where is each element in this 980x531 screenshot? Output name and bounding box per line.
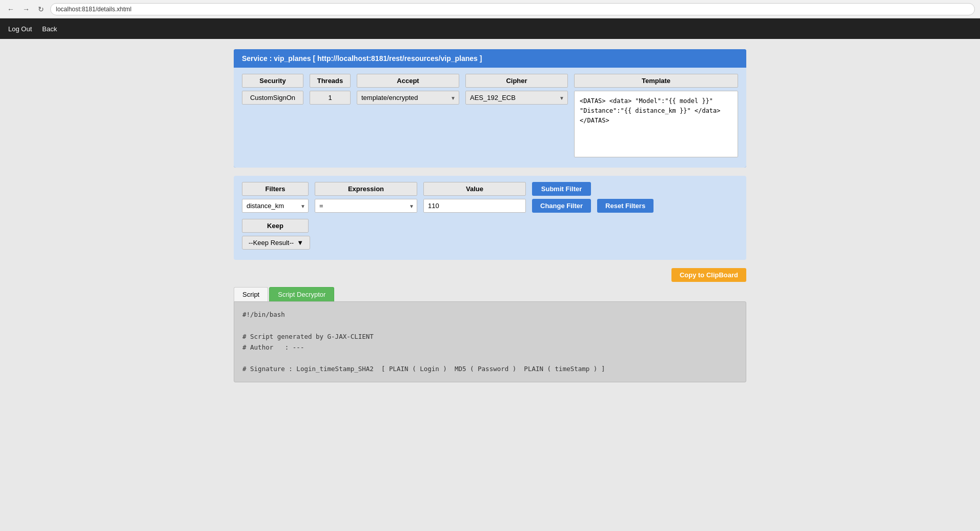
cipher-value-wrapper: AES_192_ECB AES_128_ECB AES_256_ECB ▼: [465, 91, 568, 105]
expression-select[interactable]: = != > < >= <=: [315, 199, 417, 213]
filter-row: Filters distance_km model brand ▼ Expres…: [242, 182, 738, 213]
template-content: <DATAS> <data> "Model":"{{ model }}" "Di…: [574, 91, 738, 157]
security-label: Security: [242, 74, 303, 88]
url-text: localhost:8181/details.xhtml: [56, 6, 131, 13]
keep-dropdown-icon: ▼: [297, 239, 303, 247]
service-body: Security CustomSignOn Threads 1 Accept t…: [234, 68, 746, 168]
filters-select-wrapper: distance_km model brand ▼: [242, 199, 309, 213]
template-label: Template: [574, 74, 738, 88]
cipher-select[interactable]: AES_192_ECB AES_128_ECB AES_256_ECB: [466, 91, 567, 104]
reload-nav-button[interactable]: ↻: [36, 4, 46, 14]
reset-filters-button[interactable]: Reset Filters: [597, 199, 654, 213]
expression-col: Expression = != > < >= <= ▼: [315, 182, 417, 213]
change-filter-button[interactable]: Change Filter: [532, 199, 591, 213]
keep-dropdown: --Keep Result-- ▼: [242, 236, 738, 250]
expression-label: Expression: [315, 182, 417, 196]
security-col: Security CustomSignOn: [242, 74, 303, 105]
back-link[interactable]: Back: [42, 25, 57, 33]
accept-value-wrapper: template/encrypted application/json appl…: [357, 91, 459, 105]
filters-label: Filters: [242, 182, 309, 196]
threads-value: 1: [310, 91, 351, 105]
top-nav: Log Out Back: [0, 18, 980, 39]
cipher-label: Cipher: [465, 74, 568, 88]
cipher-select-wrapper: AES_192_ECB AES_128_ECB AES_256_ECB ▼: [466, 91, 567, 104]
browser-bar: ← → ↻ localhost:8181/details.xhtml: [0, 0, 980, 18]
filter-body: Filters distance_km model brand ▼ Expres…: [234, 176, 746, 260]
value-input[interactable]: [423, 199, 526, 213]
back-nav-button[interactable]: ←: [5, 4, 16, 14]
value-label: Value: [423, 182, 526, 196]
url-bar[interactable]: localhost:8181/details.xhtml: [50, 3, 975, 15]
clipboard-row: Copy to ClipBoard: [234, 268, 746, 282]
accept-select-wrapper: template/encrypted application/json appl…: [357, 91, 459, 104]
template-col: Template <DATAS> <data> "Model":"{{ mode…: [574, 74, 738, 157]
submit-filter-button[interactable]: Submit Filter: [532, 182, 591, 196]
filter-panel: Filters distance_km model brand ▼ Expres…: [234, 176, 746, 260]
accept-label: Accept: [357, 74, 459, 88]
cipher-col: Cipher AES_192_ECB AES_128_ECB AES_256_E…: [465, 74, 568, 105]
logout-link[interactable]: Log Out: [8, 25, 32, 33]
forward-nav-button[interactable]: →: [21, 4, 32, 14]
keep-result-text: --Keep Result--: [249, 239, 294, 247]
copy-clipboard-button[interactable]: Copy to ClipBoard: [671, 268, 746, 282]
script-area: #!/bin/bash # Script generated by G-JAX-…: [234, 301, 746, 382]
filters-select[interactable]: distance_km model brand: [242, 199, 309, 213]
service-header: Service : vip_planes [ http://localhost:…: [234, 49, 746, 68]
security-value: CustomSignOn: [242, 91, 303, 105]
accept-select[interactable]: template/encrypted application/json appl…: [357, 91, 459, 104]
script-tabs: Script Script Decryptor: [234, 287, 746, 301]
page-content: Service : vip_planes [ http://localhost:…: [234, 39, 746, 393]
expression-select-wrapper: = != > < >= <= ▼: [315, 199, 417, 213]
filter-buttons: Submit Filter Change Filter: [532, 182, 591, 213]
value-col: Value: [423, 182, 526, 213]
tab-script[interactable]: Script: [234, 287, 268, 301]
threads-label: Threads: [310, 74, 351, 88]
threads-col: Threads 1: [310, 74, 351, 105]
reset-button-col: Reset Filters: [597, 199, 654, 213]
keep-row: Keep --Keep Result-- ▼: [242, 219, 738, 250]
accept-col: Accept template/encrypted application/js…: [357, 74, 459, 105]
filters-col: Filters distance_km model brand ▼: [242, 182, 309, 213]
tab-script-decryptor[interactable]: Script Decryptor: [269, 287, 334, 301]
service-panel: Service : vip_planes [ http://localhost:…: [234, 49, 746, 168]
keep-label: Keep: [242, 219, 309, 233]
keep-result-button[interactable]: --Keep Result-- ▼: [242, 236, 310, 250]
